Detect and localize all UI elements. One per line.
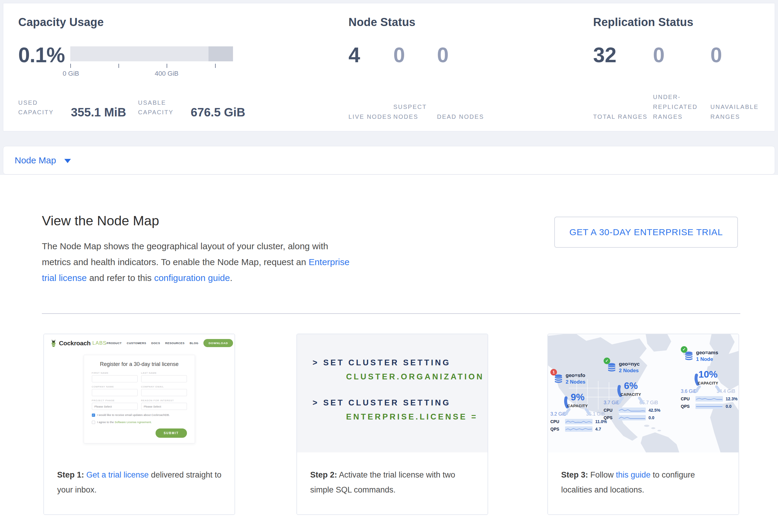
step1-prefix: Step 1: xyxy=(57,470,84,479)
brand-suffix: LABS xyxy=(92,340,106,346)
get-enterprise-trial-button[interactable]: GET A 30-DAY ENTERPRISE TRIAL xyxy=(554,217,738,248)
step3-prefix: Step 3: xyxy=(561,470,588,479)
cockroach-bug-icon xyxy=(50,339,57,347)
alert-badge-icon: 1 xyxy=(550,369,557,376)
node-status-title: Node Status xyxy=(348,16,415,29)
page-title: View the Node Map xyxy=(42,213,159,229)
unavailable-ranges-column: 0 UNAVAILABLE RANGES xyxy=(710,45,775,122)
axis-tick xyxy=(119,64,119,68)
locality-name: geo=ams xyxy=(696,350,718,356)
marker-names: geo=sfo 2 Nodes xyxy=(566,373,586,385)
marker-head: ✓ geo=ams 1 Node xyxy=(681,350,737,362)
axis-tick xyxy=(167,64,167,68)
suspect-nodes-column: 0 SUSPECT NODES xyxy=(393,45,437,122)
unavailable-ranges-label: UNAVAILABLE RANGES xyxy=(710,102,775,122)
dead-nodes-value: 0 xyxy=(437,45,488,66)
usable-capacity-value: 676.5 GiB xyxy=(191,106,245,118)
cpu-value: 42.5% xyxy=(648,408,660,412)
capacity-axis-labels: 0 GiB 400 GiB xyxy=(70,70,233,79)
capacity-gauge: 6% CAPACITY xyxy=(617,376,645,404)
node-map-screenshot: 1 geo=sfo 2 Nodes xyxy=(548,334,738,454)
qps-value: 4.7 xyxy=(595,427,601,432)
capacity-label: CAPACITY xyxy=(605,392,657,397)
marker-head: 1 geo=sfo 2 Nodes xyxy=(550,373,607,385)
nav-product: PRODUCT xyxy=(106,341,122,345)
sql-statement-1: SET CLUSTER SETTING xyxy=(323,358,451,367)
view-selector-label[interactable]: Node Map xyxy=(15,155,56,165)
cpu-row: CPU 11.0% xyxy=(550,419,607,424)
mini-site-nav: PRODUCT CUSTOMERS DOCS RESOURCES BLOG DO… xyxy=(106,339,233,347)
this-guide-link[interactable]: this guide xyxy=(616,470,650,479)
step3-card: 1 geo=sfo 2 Nodes xyxy=(547,333,739,515)
qps-sparkline xyxy=(695,404,723,409)
step2-card: >SET CLUSTER SETTING CLUSTER.ORGANIZATIO… xyxy=(296,333,488,515)
get-trial-license-link[interactable]: Get a trial license xyxy=(86,470,149,479)
total-ranges-label: TOTAL RANGES xyxy=(593,112,653,122)
capacity-gauge: 10% CAPACITY xyxy=(694,364,722,392)
license-agreement-text: I agree to the Software License Agreemen… xyxy=(97,421,152,424)
submit-row: SUBMIT xyxy=(92,429,187,438)
cpu-label: CPU xyxy=(681,396,693,401)
select-input: Please Select xyxy=(92,403,138,410)
cockroach-labs-logo: Cockroach LABS xyxy=(50,339,106,347)
qps-sparkline xyxy=(565,427,593,432)
database-icon xyxy=(684,352,693,362)
qps-value: 0.0 xyxy=(648,415,654,420)
field-label: PROJECT PHASE xyxy=(92,399,138,402)
axis-label-400gib: 400 GiB xyxy=(155,70,178,77)
total-ranges-column: 32 TOTAL RANGES xyxy=(593,45,653,122)
axis-label-0gib: 0 GiB xyxy=(63,70,79,77)
qps-sparkline xyxy=(618,415,646,421)
form-title: Register for a 30-day trial license xyxy=(92,361,187,367)
capacity-meter: 0 GiB 400 GiB xyxy=(70,47,233,79)
under-replicated-ranges-value: 0 xyxy=(653,45,710,66)
sql-line-1: >SET CLUSTER SETTING xyxy=(313,358,487,367)
text-input xyxy=(141,375,187,382)
capacity-bar xyxy=(70,47,233,61)
configuration-guide-link[interactable]: configuration guide xyxy=(154,273,230,283)
license-agreement-checkbox-row: I agree to the Software License Agreemen… xyxy=(92,421,187,424)
qps-row: QPS 4.7 xyxy=(550,427,607,432)
under-replicated-ranges-label: UNDER-REPLICATED RANGES xyxy=(653,92,706,122)
field-last-name: LAST NAME xyxy=(141,372,187,382)
field-label: LAST NAME xyxy=(141,372,187,374)
cpu-sparkline xyxy=(618,407,646,413)
database-icon xyxy=(554,374,563,384)
node-count: 2 Nodes xyxy=(566,379,586,385)
database-icon xyxy=(607,363,616,373)
download-pill-button: DOWNLOAD xyxy=(204,339,233,347)
trial-registration-screenshot: Cockroach LABS PRODUCT CUSTOMERS DOCS RE… xyxy=(44,334,235,454)
cluster-summary-panel: Capacity Usage 0.1% 0 GiB 400 GiB xyxy=(3,3,775,131)
intro-text-1: The Node Map shows the geographical layo… xyxy=(42,241,328,267)
replication-status-title: Replication Status xyxy=(593,16,693,29)
field-label: REASON FOR INTEREST xyxy=(141,399,187,402)
sql-commands-block: >SET CLUSTER SETTING CLUSTER.ORGANIZATIO… xyxy=(297,334,487,454)
agreement-text: I agree to the xyxy=(97,421,115,424)
cpu-row: CPU 12.3% xyxy=(681,396,737,401)
sql-line-2: >SET CLUSTER SETTING xyxy=(313,398,487,407)
field-label: COMPANY NAME xyxy=(92,385,138,388)
view-selector-bar[interactable]: Node Map xyxy=(3,146,775,174)
step3-caption: Step 3: Follow this guide to configure l… xyxy=(548,452,738,514)
node-status-columns: 4 LIVE NODES 0 SUSPECT NODES 0 DEAD NODE… xyxy=(348,45,488,122)
marker-names: geo=ams 1 Node xyxy=(696,350,718,362)
capacity-percent: 10% xyxy=(694,369,722,380)
mini-site-header: Cockroach LABS PRODUCT CUSTOMERS DOCS RE… xyxy=(44,334,235,347)
email-updates-checkbox-row: ✓ I would like to receive email updates … xyxy=(92,413,187,417)
marker-head: ✓ geo=nyc 2 Nodes xyxy=(604,361,660,374)
qps-row: QPS 0.0 xyxy=(681,404,737,409)
node-count: 1 Node xyxy=(696,356,718,362)
field-label: FIRST NAME xyxy=(92,372,138,374)
qps-label: QPS xyxy=(550,427,562,432)
sql-arg-2: ENTERPRISE.LICENSE = xyxy=(346,412,487,422)
suspect-nodes-value: 0 xyxy=(393,45,437,66)
field-project-phase: PROJECT PHASE Please Select xyxy=(92,399,138,410)
field-label: COMPANY EMAIL xyxy=(141,385,187,388)
form-fields-grid: FIRST NAME LAST NAME COMPANY NAME COMPAN… xyxy=(92,372,187,410)
total-ranges-value: 32 xyxy=(593,45,653,66)
text-input xyxy=(92,375,138,382)
under-replicated-ranges-column: 0 UNDER-REPLICATED RANGES xyxy=(653,45,710,122)
axis-tick xyxy=(70,64,71,68)
replication-status-columns: 32 TOTAL RANGES 0 UNDER-REPLICATED RANGE… xyxy=(593,45,775,122)
live-nodes-value: 4 xyxy=(348,45,393,66)
